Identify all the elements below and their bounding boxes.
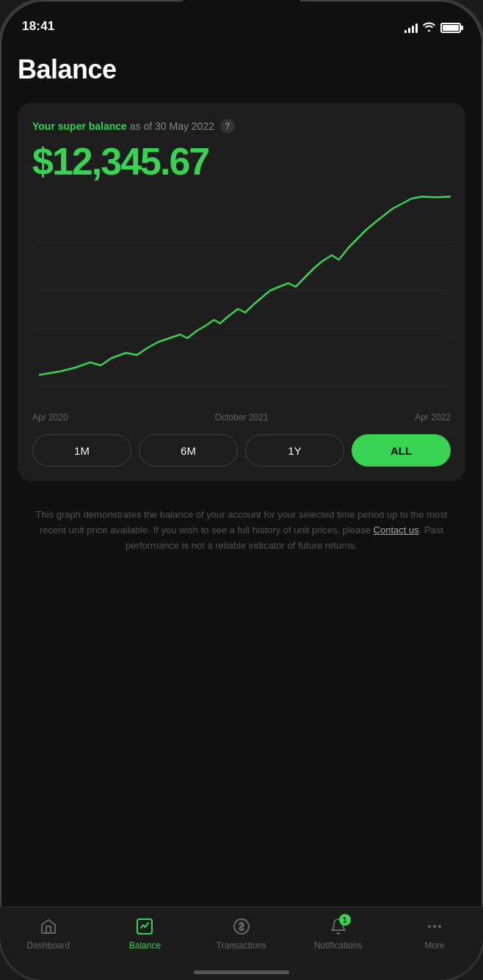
battery-icon [440,23,461,33]
tab-balance[interactable]: Balance [97,916,194,951]
balance-card: Your super balance as of 30 May 2022 ? $… [18,103,465,481]
tab-transactions-label: Transactions [217,940,266,951]
filter-1y-button[interactable]: 1Y [245,434,344,467]
dots-icon [424,916,445,937]
page-title: Balance [18,54,465,85]
signal-icon [404,23,418,33]
info-badge[interactable]: ? [220,119,235,134]
filter-all-button[interactable]: ALL [352,434,451,467]
phone-frame: 18:41 Balance [0,0,483,980]
dollar-icon [231,916,252,937]
status-icons [404,22,461,34]
svg-point-7 [433,925,436,928]
main-content: Balance Your super balance as of 30 May … [0,40,483,907]
home-indicator [194,970,289,974]
chart-x-labels: Apr 2020 October 2021 Apr 2022 [32,409,451,423]
notch [183,0,300,25]
tab-transactions[interactable]: Transactions [193,916,290,951]
chart-svg [32,195,451,401]
chart-label-3: Apr 2022 [415,412,451,423]
tab-dashboard-label: Dashboard [26,940,70,951]
notification-badge: 1 [339,914,351,926]
balance-chart [32,195,451,401]
chart-label-2: October 2021 [215,412,269,423]
tab-dashboard[interactable]: Dashboard [0,916,97,951]
tab-more-label: More [425,940,445,951]
tab-notifications[interactable]: 1 Notifications [290,916,387,951]
contact-us-link[interactable]: Contact us [374,524,419,535]
tab-balance-label: Balance [129,940,161,951]
status-time: 18:41 [22,19,54,34]
tab-bar: Dashboard Balance Transactions [0,907,483,980]
balance-label-row: Your super balance as of 30 May 2022 ? [32,119,451,134]
filter-1m-button[interactable]: 1M [32,434,131,467]
svg-point-8 [438,925,441,928]
chart-label-1: Apr 2020 [32,412,68,423]
svg-point-6 [428,925,431,928]
wifi-icon [423,22,435,34]
filter-6m-button[interactable]: 6M [139,434,238,467]
balance-label: Your super balance as of 30 May 2022 [32,120,214,132]
home-icon [38,916,59,937]
chart-icon [134,916,155,937]
disclaimer: This graph demonstrates the balance of y… [18,496,465,568]
bell-icon: 1 [328,916,349,937]
time-filters: 1M 6M 1Y ALL [32,434,451,467]
tab-notifications-label: Notifications [314,940,362,951]
balance-amount: $12,345.67 [32,139,451,183]
tab-more[interactable]: More [386,916,483,951]
